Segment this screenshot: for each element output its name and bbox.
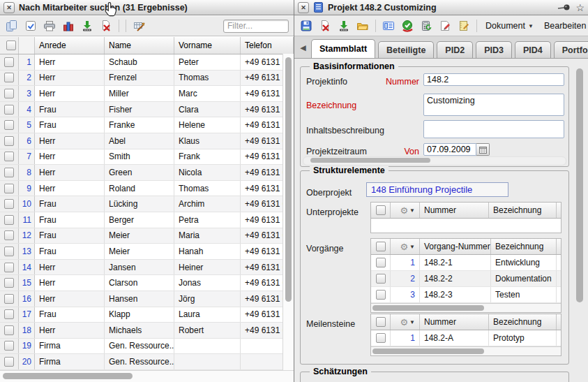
row-checkbox[interactable] <box>376 333 386 343</box>
multiselect-icon[interactable] <box>24 19 38 33</box>
nummer-input[interactable] <box>423 73 564 86</box>
column-header-nummer[interactable]: Nummer <box>420 203 489 218</box>
row-checkbox[interactable] <box>4 105 14 115</box>
favorite-star-icon[interactable]: ☆ <box>575 3 585 13</box>
pin-icon[interactable] <box>557 3 571 12</box>
column-header-extra[interactable]: S <box>557 203 561 218</box>
row-number[interactable]: 7 <box>19 149 35 165</box>
row-number[interactable]: 6 <box>19 133 35 149</box>
save-icon[interactable] <box>299 19 313 33</box>
row-number[interactable]: 2 <box>19 71 35 86</box>
column-header-bezeichnung[interactable]: Bezeichnung <box>489 203 557 218</box>
table-row[interactable]: 12FrauMeierMaria+49 6131 6 <box>0 228 294 244</box>
table-row[interactable]: 13FrauMeierHanah+49 6131 6 <box>0 244 294 260</box>
row-checkbox[interactable] <box>376 274 386 284</box>
row-checkbox[interactable] <box>4 57 14 67</box>
remove-document-icon[interactable] <box>99 19 113 33</box>
calculator-icon[interactable] <box>419 19 433 33</box>
row-number[interactable]: 10 <box>19 196 35 212</box>
table-row[interactable]: 4FrauFisherClara+49 6131 6 <box>0 102 294 118</box>
table-row[interactable]: 2148.2-2Dokumentation <box>371 271 561 287</box>
row-number[interactable]: 14 <box>19 260 35 275</box>
export-icon[interactable] <box>337 19 351 33</box>
column-header-vorname[interactable]: Vorname <box>174 37 241 54</box>
table-row[interactable]: 6HerrAbelKlaus+49 6131 6 <box>0 133 294 149</box>
row-number[interactable]: 19 <box>19 339 35 354</box>
row-checkbox[interactable] <box>376 258 386 267</box>
unterprojekte-empty-row[interactable] <box>371 219 561 233</box>
table-row[interactable]: 16HerrHansenJörg+49 6131 6 <box>0 291 294 307</box>
details-card-icon[interactable] <box>382 19 395 33</box>
table-row[interactable]: 8HerrGreenNicola+49 6131 6 <box>0 165 294 181</box>
table-row[interactable]: 11FrauBergerPetra+49 6131 6 <box>0 212 294 228</box>
close-icon[interactable]: ✕ <box>298 2 309 13</box>
select-all-checkbox[interactable] <box>376 242 386 251</box>
actions-cell[interactable]: ⚙▼ <box>391 314 420 330</box>
row-number[interactable]: 18 <box>19 323 35 338</box>
table-row[interactable]: 1148.2-1Entwicklung <box>371 255 561 271</box>
row-number[interactable]: 1 <box>391 330 420 346</box>
left-vertical-scrollbar[interactable] <box>282 54 294 371</box>
row-checkbox[interactable] <box>4 168 14 177</box>
row-number[interactable]: 13 <box>19 244 35 259</box>
table-row[interactable]: 7HerrSmithFrank+49 6131 6 <box>0 149 294 166</box>
select-all-checkbox[interactable] <box>6 41 16 50</box>
row-checkbox[interactable] <box>4 294 14 304</box>
column-header-vorgang-nummer[interactable]: Vorgang-Nummer <box>420 239 491 254</box>
row-checkbox[interactable] <box>4 230 14 240</box>
row-checkbox[interactable] <box>4 215 14 225</box>
table-row[interactable]: 5FrauFrankeHelene+49 6131 6 <box>0 117 294 133</box>
table-row[interactable]: 10FrauLückingArchim+49 6131 6 <box>0 196 294 212</box>
table-row[interactable]: 14HerrJansenHeiner+49 6131 6 <box>0 260 294 276</box>
table-row[interactable]: 1HerrSchaubPeter+49 6131 6 <box>0 54 294 71</box>
column-header-bezeichnung[interactable]: Bezeichnung <box>489 314 557 330</box>
table-row[interactable]: 3HerrMillerMarc+49 6131 6 <box>0 86 294 102</box>
row-checkbox[interactable] <box>4 199 14 209</box>
table-row[interactable]: 18HerrMichaelsRobert+49 6131 6 <box>0 323 294 339</box>
row-number[interactable]: 1 <box>391 255 420 270</box>
column-header-bezeichnung[interactable]: Bezeichnung <box>491 239 557 254</box>
edit-document-icon[interactable] <box>438 19 452 33</box>
row-checkbox[interactable] <box>4 278 14 288</box>
left-horizontal-scrollbar[interactable] <box>0 370 294 382</box>
close-icon[interactable]: ✕ <box>3 2 15 13</box>
row-number[interactable]: 3 <box>391 287 420 302</box>
row-checkbox[interactable] <box>4 247 14 256</box>
inhalt-textarea[interactable] <box>423 120 564 138</box>
row-number[interactable]: 9 <box>19 181 35 196</box>
tab-pid4[interactable]: PID4 <box>515 41 551 58</box>
row-checkbox[interactable] <box>4 325 14 335</box>
notes-icon[interactable] <box>457 19 471 33</box>
row-checkbox[interactable] <box>4 357 14 367</box>
row-checkbox[interactable] <box>4 341 14 351</box>
row-checkbox[interactable] <box>4 120 14 130</box>
export-icon[interactable] <box>80 19 94 33</box>
row-number[interactable]: 1 <box>19 54 35 70</box>
table-row[interactable]: 15HerrClarsonJonas+49 6131 6 <box>0 275 294 291</box>
row-checkbox[interactable] <box>4 263 14 272</box>
tab-pid2[interactable]: PID2 <box>437 41 473 58</box>
row-number[interactable]: 12 <box>19 228 35 244</box>
scrollbar-thumb[interactable] <box>576 68 583 302</box>
tab-beteiligte[interactable]: Beteiligte <box>378 41 434 58</box>
scrollbar-thumb[interactable] <box>3 373 133 379</box>
actions-cell[interactable]: ⚙▼ <box>391 239 420 254</box>
table-row[interactable]: 9HerrRolandThomas+49 6131 6 <box>0 181 294 197</box>
customize-columns-icon[interactable] <box>132 19 146 33</box>
table-row[interactable]: 19FirmaGen. Ressource... <box>0 339 294 355</box>
content-vertical-scrollbar[interactable] <box>575 63 585 382</box>
row-number[interactable]: 15 <box>19 275 35 291</box>
vorgaenge-horizontal-scrollbar[interactable] <box>371 303 561 312</box>
scrollbar-thumb[interactable] <box>372 348 484 354</box>
row-checkbox[interactable] <box>4 73 14 82</box>
actions-cell[interactable]: ⚙▼ <box>391 203 420 218</box>
open-folder-icon[interactable] <box>356 19 370 33</box>
row-checkbox[interactable] <box>4 136 14 146</box>
column-header-nummer[interactable]: Nummer <box>420 314 489 330</box>
filter-input[interactable] <box>223 20 289 33</box>
row-checkbox[interactable] <box>4 152 14 161</box>
row-checkbox[interactable] <box>4 309 14 319</box>
scrollbar-thumb[interactable] <box>372 305 484 311</box>
menu-bearbeiten[interactable]: Bearbeiten ▼ <box>541 21 588 31</box>
select-all-checkbox[interactable] <box>376 205 386 215</box>
